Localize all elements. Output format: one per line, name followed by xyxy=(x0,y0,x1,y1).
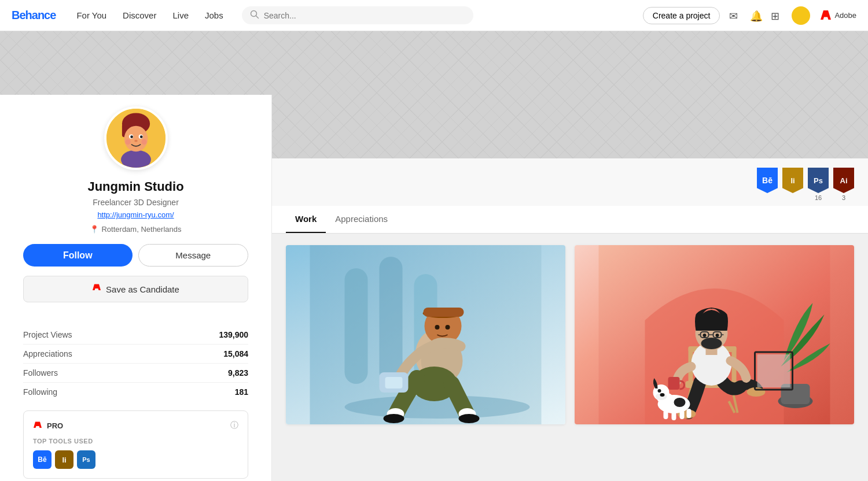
stat-label-followers: Followers xyxy=(23,368,58,378)
stat-appreciations: Appreciations 15,084 xyxy=(23,345,248,364)
tool-illustrator-ii: Ii xyxy=(55,450,73,469)
badge-ribbon-ii: Ii xyxy=(782,168,803,193)
save-candidate-label: Save as Candidate xyxy=(106,284,179,294)
svg-point-25 xyxy=(446,325,450,330)
save-candidate-button[interactable]: Save as Candidate xyxy=(23,276,248,302)
content-area: Bē Ii Ps 16 Ai xyxy=(272,158,868,481)
svg-point-52 xyxy=(701,338,722,349)
pro-label: PRO xyxy=(47,421,63,430)
svg-point-32 xyxy=(459,414,480,423)
stats-section: Project Views 139,900 Appreciations 15,0… xyxy=(0,325,271,401)
stat-value-followers: 9,823 xyxy=(228,368,248,378)
badge-ribbon-ps: Ps xyxy=(808,168,829,193)
project-card-1[interactable] xyxy=(286,245,565,424)
badge-ribbon-behance: Bē xyxy=(757,168,778,193)
badges-row: Bē Ii Ps 16 Ai xyxy=(272,158,868,206)
navbar: Behance For You Discover Live Jobs Creat… xyxy=(0,0,868,31)
adobe-label: Adobe xyxy=(834,11,856,20)
profile-card: Jungmin Studio Freelancer 3D Designer ht… xyxy=(0,95,271,325)
svg-point-7 xyxy=(124,126,148,152)
svg-rect-67 xyxy=(672,411,676,420)
svg-point-64 xyxy=(658,389,661,393)
follow-button[interactable]: Follow xyxy=(23,244,133,267)
svg-point-58 xyxy=(703,334,707,337)
badge-ribbon-ai: Ai xyxy=(833,168,854,193)
stat-label-following: Following xyxy=(23,387,57,397)
search-icon xyxy=(250,10,259,21)
tools-heading: TOP TOOLS USED xyxy=(33,438,238,445)
adobe-icon xyxy=(92,283,101,295)
grid-icon[interactable]: ⊞ xyxy=(771,10,782,21)
svg-point-11 xyxy=(139,135,142,138)
svg-point-47 xyxy=(747,387,766,397)
stat-value-views: 139,900 xyxy=(219,330,248,339)
badge-ai: Ai 3 xyxy=(833,168,854,201)
stat-value-following: 181 xyxy=(235,387,248,397)
profile-sidebar: Jungmin Studio Freelancer 3D Designer ht… xyxy=(0,95,272,481)
stat-project-views: Project Views 139,900 xyxy=(23,325,248,345)
stat-followers: Followers 9,823 xyxy=(23,364,248,383)
tool-photoshop: Ps xyxy=(77,450,95,469)
tabs-bar: Work Appreciations xyxy=(272,206,868,234)
nav-discover[interactable]: Discover xyxy=(116,7,163,24)
stat-label-views: Project Views xyxy=(23,330,72,339)
svg-point-24 xyxy=(435,325,440,330)
notifications-icon[interactable]: 🔔 xyxy=(750,10,762,21)
profile-name: Jungmin Studio xyxy=(87,179,183,194)
pro-section: PRO ⓘ TOP TOOLS USED Bē Ii Ps xyxy=(23,410,248,479)
main-nav: For You Discover Live Jobs xyxy=(69,7,230,24)
page-body: Jungmin Studio Freelancer 3D Designer ht… xyxy=(0,158,868,481)
project-card-2[interactable] xyxy=(575,245,854,424)
svg-rect-72 xyxy=(757,354,790,387)
create-project-button[interactable]: Create a project xyxy=(643,7,720,24)
stat-following: Following 181 xyxy=(23,383,248,401)
pro-header: PRO ⓘ xyxy=(33,420,238,431)
messages-icon[interactable]: ✉ xyxy=(729,10,741,21)
tools-row: Bē Ii Ps xyxy=(33,450,238,469)
profile-url[interactable]: http://jungmin-ryu.com/ xyxy=(97,210,174,219)
projects-grid xyxy=(272,234,868,436)
profile-title: Freelancer 3D Designer xyxy=(93,198,179,207)
navbar-actions: Create a project ✉ 🔔 ⊞ Adobe xyxy=(643,6,856,25)
tool-behance: Bē xyxy=(33,450,52,469)
nav-for-you[interactable]: For You xyxy=(69,7,113,24)
avatar-image xyxy=(106,109,165,168)
svg-rect-23 xyxy=(424,308,464,317)
project-thumb-svg-1 xyxy=(286,245,565,424)
main-content: Jungmin Studio Freelancer 3D Designer ht… xyxy=(0,31,868,481)
profile-avatar xyxy=(104,106,168,170)
svg-rect-16 xyxy=(345,268,368,384)
project-thumb-svg-2 xyxy=(575,245,854,424)
tab-work[interactable]: Work xyxy=(286,206,326,233)
svg-rect-49 xyxy=(668,377,680,390)
stat-value-appreciations: 15,084 xyxy=(223,349,248,358)
svg-rect-68 xyxy=(680,410,685,419)
badge-count-ps: 16 xyxy=(815,194,822,201)
svg-point-10 xyxy=(130,135,133,138)
message-button[interactable]: Message xyxy=(138,244,249,267)
info-icon[interactable]: ⓘ xyxy=(230,420,238,431)
stat-label-appreciations: Appreciations xyxy=(23,349,72,358)
user-avatar[interactable] xyxy=(792,6,810,25)
svg-line-1 xyxy=(256,16,258,18)
profile-location: 📍 Rotterdam, Netherlands xyxy=(90,225,181,234)
action-buttons: Follow Message xyxy=(23,244,248,267)
badge-behance: Bē xyxy=(757,168,778,201)
svg-point-13 xyxy=(125,139,130,145)
svg-point-59 xyxy=(716,334,719,337)
tab-appreciations[interactable]: Appreciations xyxy=(326,206,397,233)
badge-count-ai: 3 xyxy=(842,194,845,201)
svg-point-65 xyxy=(660,393,665,397)
adobe-logo: Adobe xyxy=(819,9,856,22)
svg-point-31 xyxy=(384,414,404,423)
svg-point-6 xyxy=(121,150,151,169)
svg-rect-34 xyxy=(385,377,403,388)
svg-rect-69 xyxy=(687,409,692,418)
search-input[interactable] xyxy=(264,11,465,20)
behance-logo[interactable]: Behance xyxy=(12,9,56,22)
adobe-pro-icon xyxy=(33,421,42,430)
nav-jobs[interactable]: Jobs xyxy=(198,7,230,24)
svg-point-14 xyxy=(141,139,146,145)
svg-rect-17 xyxy=(380,257,403,384)
nav-live[interactable]: Live xyxy=(165,7,196,24)
